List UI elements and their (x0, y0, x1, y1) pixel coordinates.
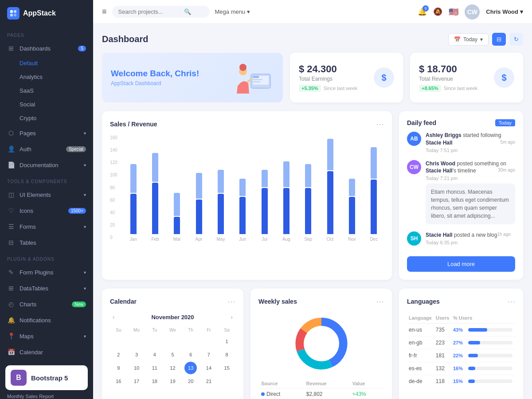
bar-segment-dark (218, 194, 224, 234)
user-menu[interactable]: Chris Wood ▾ (486, 8, 523, 15)
feed-text-2: Chris Wood posted something on Stacie Ha… (426, 160, 515, 175)
calendar-day[interactable]: 6 (184, 348, 197, 361)
calendar-day[interactable]: 16 (112, 375, 125, 387)
earn-pct: +5.35% (299, 85, 321, 92)
sidebar-item-ui-elements[interactable]: ◫ UI Elements ▾ (0, 187, 93, 203)
mega-menu-chevron: ▾ (247, 8, 250, 15)
languages-title: Languages (407, 298, 440, 305)
bar-segment-light (196, 173, 202, 199)
dt-label: DataTables (20, 285, 48, 292)
bar-segment-dark (305, 188, 311, 234)
calendar-day[interactable]: 21 (203, 375, 215, 387)
languages-menu[interactable]: ⋯ (507, 297, 515, 306)
bar-segment-dark (196, 200, 202, 234)
calendar-day[interactable]: 2 (112, 348, 125, 361)
sidebar-item-form-plugins[interactable]: ✎ Form Plugins ▾ (0, 264, 93, 280)
calendar-day[interactable]: 17 (130, 375, 143, 387)
feed-item-3: SH Stacie Hall posted a new blog 1h ago … (407, 231, 515, 246)
notifications-button[interactable]: 🔔 9 (418, 7, 427, 16)
alerts-button[interactable]: 🔕 (433, 7, 442, 16)
calendar-month-year: November 2020 (151, 314, 194, 321)
lang-pct-bar: 15% (451, 375, 515, 388)
calendar-prev[interactable]: ‹ (110, 313, 117, 321)
page-content: Dashboard 📅 Today ▾ ⊟ ↻ Welcome Back, Ch… (93, 24, 532, 399)
sidebar-item-social[interactable]: Social (0, 98, 93, 111)
calendar-day (184, 335, 197, 348)
language-flag[interactable]: 🇺🇸 (449, 7, 458, 17)
sidebar-item-saas[interactable]: SaaS (0, 84, 93, 98)
sales-chart-menu[interactable]: ⋯ (376, 119, 384, 129)
maps-label: Maps (20, 333, 34, 340)
bottom-grid: Calendar ⋯ ‹ November 2020 › SuMoTuWeThF… (102, 289, 523, 399)
welcome-card-proper: Welcome Back, Chris! AppStack Dashboard (102, 53, 283, 102)
donut-chart (258, 313, 384, 375)
app-logo[interactable]: AppStack (0, 0, 93, 27)
sidebar-item-documentation[interactable]: 📄 Documentation ▾ (0, 157, 93, 173)
sidebar-item-crypto[interactable]: Crypto (0, 111, 93, 125)
calendar-day[interactable]: 8 (221, 348, 233, 361)
lang-name: en-us (407, 324, 434, 336)
docs-chevron: ▾ (84, 163, 86, 168)
sidebar-item-datatables[interactable]: ⊞ DataTables ▾ (0, 280, 93, 296)
sidebar-item-calendar[interactable]: 📅 Calendar (0, 344, 93, 360)
notif-label: Notifications (20, 317, 51, 324)
calendar-day[interactable]: 20 (184, 375, 197, 387)
notif-icon: 🔔 (7, 316, 15, 324)
calendar-day-header: Su (110, 326, 127, 334)
lang-pct-bar: 43% (451, 324, 515, 336)
tables-icon: ⊟ (7, 239, 15, 246)
calendar-day[interactable]: 10 (130, 362, 143, 374)
weekly-sales-menu[interactable]: ⋯ (376, 297, 384, 306)
sidebar-item-maps[interactable]: 📍 Maps ▾ (0, 328, 93, 344)
load-more-button[interactable]: Load more (407, 256, 515, 272)
dashboards-badge: 5 (78, 46, 86, 51)
charts-badge: New (72, 301, 86, 307)
calendar-day[interactable]: 7 (203, 348, 215, 361)
refresh-button[interactable]: ↻ (509, 33, 523, 46)
calendar-day[interactable]: 5 (166, 348, 179, 361)
sidebar-item-tables[interactable]: ⊟ Tables (0, 235, 93, 250)
sidebar-item-icons[interactable]: ♡ Icons 1500+ (0, 203, 93, 219)
mega-menu-button[interactable]: Mega menu ▾ (215, 8, 250, 15)
sidebar-item-default[interactable]: Default (0, 56, 93, 70)
sidebar-item-pages[interactable]: ⬡ Pages ▾ (0, 125, 93, 141)
lang-col-language: Language (407, 313, 434, 324)
hamburger-button[interactable]: ≡ (102, 7, 107, 16)
search-box[interactable]: 🔍 (112, 6, 210, 18)
lang-pct-bar: 27% (451, 336, 515, 349)
lang-col-pct: % Users (451, 313, 515, 324)
feed-item-1: AB Ashley Briggs started following Staci… (407, 132, 515, 153)
ui-chevron: ▾ (84, 192, 86, 197)
sidebar-item-forms[interactable]: ☰ Forms ▾ (0, 219, 93, 235)
sidebar-item-analytics[interactable]: Analytics (0, 70, 93, 84)
bar-segment-dark (152, 183, 158, 234)
progress-fill (468, 354, 478, 357)
feed-avatar-1: AB (407, 132, 421, 146)
calendar-day[interactable]: 12 (166, 362, 179, 374)
sidebar-item-notifications[interactable]: 🔔 Notifications (0, 312, 93, 328)
calendar-day[interactable]: 13 (184, 362, 197, 374)
calendar-menu[interactable]: ⋯ (227, 297, 235, 306)
forms-icon: ☰ (7, 223, 15, 231)
sales-chart-header: Sales / Revenue ⋯ (110, 119, 384, 129)
calendar-day[interactable]: 4 (149, 348, 161, 361)
sidebar-item-charts[interactable]: ◴ Charts New (0, 296, 93, 312)
calendar-day[interactable]: 3 (130, 348, 143, 361)
today-filter-button[interactable]: 📅 Today ▾ (448, 33, 489, 46)
calendar-next[interactable]: › (228, 313, 235, 321)
calendar-day[interactable]: 14 (203, 362, 215, 374)
sidebar-item-dashboards[interactable]: ⊞ Dashboards 5 (0, 40, 93, 56)
svg-rect-7 (253, 79, 262, 80)
calendar-day[interactable]: 15 (221, 362, 233, 374)
calendar-day[interactable]: 19 (166, 375, 179, 387)
lang-name: fr-fr (407, 349, 434, 362)
search-input[interactable] (118, 8, 180, 15)
calendar-day[interactable]: 1 (221, 335, 233, 348)
calendar-day[interactable]: 9 (112, 362, 125, 374)
feed-today-badge: Today (495, 119, 515, 126)
filter-button[interactable]: ⊟ (492, 33, 506, 46)
lang-pct-bar: 22% (451, 349, 515, 362)
sidebar-item-auth[interactable]: 👤 Auth Special (0, 141, 93, 157)
calendar-day[interactable]: 11 (149, 362, 161, 374)
calendar-day[interactable]: 18 (149, 375, 161, 387)
